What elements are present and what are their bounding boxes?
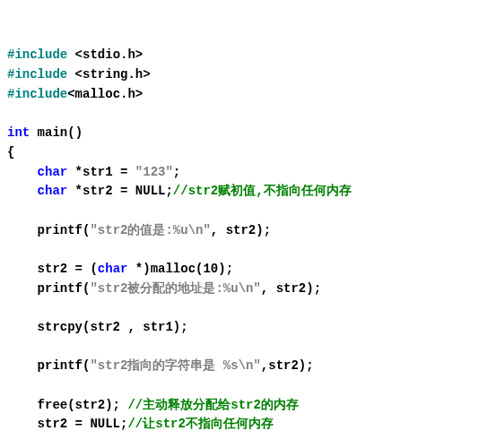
printf-call: printf(: [7, 358, 90, 373]
printf-call: printf(: [7, 281, 90, 296]
decl-str2: *str2 = NULL;: [67, 184, 173, 198]
include-file: <stdio.h>: [67, 47, 143, 62]
include-file: <string.h>: [67, 67, 150, 82]
keyword-char: char: [38, 165, 68, 179]
semicolon: ;: [173, 165, 180, 179]
string-literal: "str2指向的字符串是 %s\n": [90, 358, 260, 373]
func-main: main(): [30, 125, 83, 140]
printf-args: , str2);: [211, 223, 271, 237]
malloc-rest: *)malloc(10);: [127, 262, 233, 276]
strcpy-call: strcpy(str2 , str1);: [7, 320, 188, 334]
free-call: free(str2);: [7, 398, 127, 412]
printf-call: printf(: [7, 223, 90, 237]
printf-args: ,str2);: [261, 358, 314, 373]
string-literal: "123": [135, 165, 173, 179]
string-literal: "str2的值是:%u\n": [90, 223, 210, 237]
comment: //str2赋初值,不指向任何内存: [173, 184, 352, 198]
code-block: #include <stdio.h> #include <string.h> #…: [7, 46, 489, 448]
keyword-char: char: [38, 184, 68, 198]
preprocessor: #include: [7, 47, 67, 62]
printf-args: , str2);: [261, 281, 321, 296]
keyword-char: char: [98, 262, 128, 276]
decl-str1: *str1 =: [67, 165, 135, 179]
comment: //主动释放分配给str2的内存: [127, 398, 298, 412]
malloc-call: str2 = (: [7, 262, 98, 276]
string-literal: "str2被分配的地址是:%u\n": [90, 281, 260, 296]
null-assign: str2 = NULL;: [7, 417, 127, 431]
include-file: <malloc.h>: [67, 87, 143, 101]
preprocessor: #include: [7, 67, 67, 82]
comment: //让str2不指向任何内存: [127, 417, 273, 431]
keyword-int: int: [7, 125, 30, 140]
brace-open: {: [7, 145, 14, 159]
preprocessor: #include: [7, 87, 67, 101]
